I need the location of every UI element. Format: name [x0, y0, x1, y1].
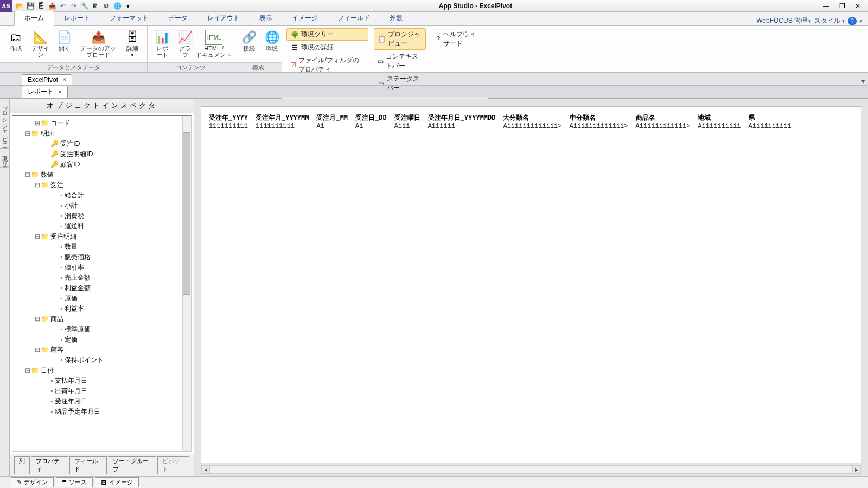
report-col-header[interactable]: 受注日_DD — [354, 112, 393, 123]
ribbon-tab-home[interactable]: ホーム — [14, 11, 54, 26]
hscroll-right-icon[interactable]: ▸ — [852, 466, 861, 473]
ribbon-tab-layout[interactable]: レイアウト — [197, 11, 250, 25]
image-icon: 🖼 — [101, 479, 107, 486]
design-button[interactable]: 📐デザイン — [29, 28, 52, 60]
create-button[interactable]: 🗂作成 — [4, 28, 27, 53]
design-icon: 📐 — [32, 30, 49, 45]
webfocus-admin-menu[interactable]: WebFOCUS 管理 — [756, 16, 811, 25]
upload-button[interactable]: 📤データのアップロード — [77, 28, 120, 60]
app-badge: AS — [0, 0, 12, 12]
maximize-button[interactable]: ❐ — [839, 2, 845, 10]
report-col-header[interactable]: 中分類名 — [569, 112, 635, 123]
report-sheet[interactable]: 受注年_YYYY受注年月_YYYYMM受注月_MM受注日_DD受注曜日受注年月日… — [201, 106, 861, 463]
report-col-value: Aiiiiiiiiiiiii> — [569, 123, 635, 131]
qat-more-icon[interactable]: ▾ — [124, 2, 132, 10]
file-props-toggle[interactable]: ☑ファイル/フォルダのプロパティ — [286, 54, 368, 76]
tab-fields[interactable]: フィールド — [69, 456, 107, 474]
help-dropdown-icon[interactable]: ▾ — [860, 18, 863, 24]
minimize-button[interactable]: — — [823, 2, 829, 10]
env-detail-toggle[interactable]: ☰環境の詳細 — [286, 41, 368, 54]
graph-button[interactable]: 📈グラフ — [175, 28, 195, 60]
env-tree-toggle[interactable]: 🌳環境ツリー — [286, 28, 368, 41]
connect-button[interactable]: 🔗接続 — [239, 28, 259, 53]
status-icon: ▭ — [378, 79, 384, 88]
report-icon: 📊 — [154, 30, 171, 45]
ribbon-tab-field[interactable]: フィールド — [328, 11, 380, 25]
html-icon: HTML — [205, 30, 222, 45]
qat-export-icon[interactable]: 📤 — [48, 2, 56, 10]
dock-tab-envtree[interactable]: 環境ツリー — [0, 149, 9, 168]
qat-globe-icon[interactable]: 🌐 — [113, 2, 122, 10]
report-col-header[interactable]: 受注年月_YYYYMM — [254, 112, 315, 123]
report-button[interactable]: 📊レポート — [152, 28, 173, 60]
report-col-header[interactable]: 受注曜日 — [393, 112, 427, 123]
design-icon: ✎ — [17, 479, 22, 486]
ribbon-tab-appearance[interactable]: 外観 — [380, 11, 412, 25]
ribbon-tab-format[interactable]: フォーマット — [100, 11, 158, 25]
footer-tab-design[interactable]: ✎デザイン — [11, 477, 54, 487]
procedure-view-toggle[interactable]: 📋プロシジャビュー — [374, 28, 426, 50]
ribbon-group-label-data: データとメタデータ — [0, 62, 147, 72]
qat-open-icon[interactable]: 📂 — [15, 2, 24, 10]
dock-tab-procview[interactable]: プロシジャビュー — [0, 99, 9, 149]
open-button[interactable]: 📄開く — [54, 28, 75, 53]
help-icon[interactable]: ? — [848, 17, 857, 25]
footer-tabstrip: ✎デザイン ≣ソース 🖼イメージ — [0, 476, 868, 488]
qat-tools-icon[interactable]: 🔧 — [80, 2, 89, 10]
inspector-bottom-tabs: 列 プロパティ フィールド ソートグループ ピボット — [10, 454, 194, 476]
help-icon: ? — [435, 35, 441, 43]
tree-scroll-thumb[interactable] — [183, 132, 190, 295]
style-menu[interactable]: スタイル — [814, 16, 845, 25]
close-inner-tab-icon[interactable]: × — [58, 88, 62, 96]
report-col-value: Ai — [315, 123, 354, 131]
qat-redo-icon[interactable]: ↷ — [69, 2, 78, 10]
environment-button[interactable]: 🌐環境 — [261, 28, 282, 53]
report-col-value: Aiiiiiiiiiiiii> — [502, 123, 568, 131]
qat-saveall-icon[interactable]: 🗄 — [37, 2, 46, 10]
tree-scrollbar[interactable] — [182, 116, 191, 451]
context-bar-toggle[interactable]: ▭コンテキストバー — [374, 50, 426, 72]
footer-tab-image[interactable]: 🖼イメージ — [95, 477, 139, 487]
report-preview-table: 受注年_YYYY受注年月_YYYYMM受注月_MM受注日_DD受注曜日受注年月日… — [208, 112, 798, 131]
inner-tab-report[interactable]: レポート × — [22, 86, 68, 98]
report-col-header[interactable]: 受注月_MM — [315, 112, 354, 123]
tree-icon: 🌳 — [290, 30, 299, 39]
footer-tab-source[interactable]: ≣ソース — [56, 477, 93, 487]
qat-undo-icon[interactable]: ↶ — [59, 2, 67, 10]
tab-columns[interactable]: 列 — [14, 456, 30, 474]
tab-properties[interactable]: プロパティ — [31, 456, 68, 474]
report-col-value: Aiii — [393, 123, 427, 131]
report-col-header[interactable]: 受注年_YYYY — [208, 112, 254, 123]
qat-copy-icon[interactable]: ⧉ — [102, 2, 111, 10]
qat-save-icon[interactable]: 💾 — [26, 2, 35, 10]
hscroll-left-icon[interactable]: ◂ — [201, 466, 210, 473]
object-inspector-panel: オブジェクトインスペクタ ⊞📁 コード⊟📁 明細🔑 受注ID🔑 受注明細ID🔑 … — [10, 99, 194, 476]
report-col-header[interactable]: 県 — [748, 112, 798, 123]
report-col-value: 1111111111 — [208, 123, 254, 131]
canvas-hscrollbar[interactable]: ◂ ▸ — [201, 465, 861, 474]
help-wizard-toggle[interactable]: ?ヘルプウィザード — [431, 28, 483, 50]
document-tab-excelpivot[interactable]: ExcelPivot × — [22, 74, 72, 85]
tab-sortgroup[interactable]: ソートグループ — [108, 456, 156, 474]
report-col-value: Aiiiiii — [427, 123, 502, 131]
ribbon-tab-image[interactable]: イメージ — [282, 11, 328, 25]
report-col-header[interactable]: 大分類名 — [502, 112, 568, 123]
ribbon-tab-view[interactable]: 表示 — [250, 11, 282, 25]
report-col-header[interactable]: 地域 — [697, 112, 747, 123]
tab-pivot: ピボット — [157, 456, 189, 474]
ribbon-tab-data[interactable]: データ — [158, 11, 197, 25]
ribbon-tab-report[interactable]: レポート — [54, 11, 100, 25]
field-tree[interactable]: ⊞📁 コード⊟📁 明細🔑 受注ID🔑 受注明細ID🔑 顧客ID⊟📁 数値⊟📁 受… — [12, 115, 192, 452]
report-col-header[interactable]: 商品名 — [635, 112, 697, 123]
list-icon: ☰ — [290, 43, 299, 52]
doctabs-more-icon[interactable]: ▾ — [858, 78, 868, 85]
detail-button[interactable]: 🗄詳細▾ — [122, 28, 143, 60]
report-col-header[interactable]: 受注年月日_YYYYMMDD — [427, 112, 502, 123]
quick-access-toolbar: 📂 💾 🗄 📤 ↶ ↷ 🔧 🗎 ⧉ 🌐 ▾ — [12, 2, 136, 10]
qat-new-icon[interactable]: 🗎 — [91, 2, 100, 10]
detail-icon: 🗄 — [124, 30, 141, 45]
htmldoc-button[interactable]: HTMLHTML / ドキュメント — [197, 28, 230, 60]
status-bar-toggle[interactable]: ▭ステータスバー — [374, 73, 426, 94]
close-tab-icon[interactable]: × — [62, 76, 66, 84]
close-button[interactable]: ✕ — [855, 2, 860, 10]
